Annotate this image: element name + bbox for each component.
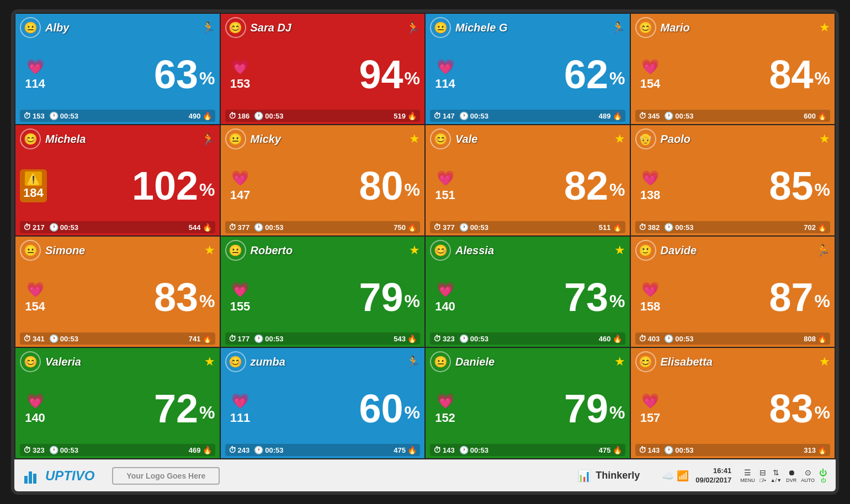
time-item: 🕐 00:53: [49, 223, 78, 232]
time-value: 00:53: [675, 112, 693, 120]
percent-value: 85: [769, 166, 813, 206]
calories-item: 490 🔥: [189, 111, 212, 120]
card-header: 😐 Micky ★: [225, 128, 421, 149]
percent-container: 83 %: [55, 277, 215, 317]
percent-value: 83: [769, 389, 813, 428]
user-name: Simone: [45, 244, 204, 257]
ctrl-dvr[interactable]: ⏺DVR: [786, 468, 796, 483]
calories-value: 741: [189, 335, 201, 343]
percent-container: 63 %: [55, 55, 215, 94]
time-value: 00:53: [675, 223, 693, 232]
calories-value: 460: [599, 335, 611, 343]
card-body: 💗 158 87 %: [635, 263, 831, 331]
star-badge: ★: [614, 355, 625, 369]
hr-box: 💗 155: [225, 281, 256, 314]
avatar: 😐: [430, 351, 451, 372]
steps-icon: ⏱: [23, 446, 31, 454]
card-footer: ⏱ 323 🕐 00:53 460 🔥: [430, 333, 625, 345]
time-value: 00:53: [60, 112, 78, 120]
hr-box: 💗 152: [430, 393, 460, 425]
card-body: 💗 114 62 %: [430, 40, 625, 109]
steps-value: 377: [238, 223, 250, 232]
card-michele-g: 😐 Michele G 🏃 💗 114 62 % ⏱ 147 🕐 00:53: [426, 14, 630, 124]
percent-container: 73 %: [465, 277, 625, 317]
runner-badge: 🏃: [612, 21, 625, 34]
avatar: 😊: [430, 128, 451, 149]
runner-badge: 🏃: [201, 132, 215, 146]
card-header: 😊 Elisabetta ★: [635, 351, 831, 372]
steps-item: ⏱ 323: [433, 334, 455, 343]
calories-value: 702: [804, 223, 816, 232]
steps-value: 143: [648, 446, 660, 454]
ctrl-display[interactable]: ⊟□/▪: [759, 468, 766, 483]
hr-box: 💗 147: [225, 170, 256, 202]
user-name: Alessia: [455, 244, 614, 257]
time-item: 🕐 00:53: [459, 334, 488, 343]
fire-icon: 🔥: [817, 111, 827, 120]
hr-value: 153: [230, 77, 251, 91]
ctrl-power[interactable]: ⏻⏻: [819, 468, 827, 483]
hr-box: 💗 158: [635, 281, 666, 314]
steps-item: ⏱ 177: [229, 334, 250, 343]
hr-value: 140: [435, 299, 455, 314]
percent-sign: %: [199, 68, 215, 89]
card-body: 💗 111 60 %: [225, 374, 421, 443]
percent-container: 87 %: [670, 277, 831, 317]
card-paolo: 👴 Paolo ★ 💗 138 85 % ⏱ 382 🕐 00:53: [631, 125, 835, 235]
steps-value: 341: [33, 335, 45, 343]
percent-sign: %: [199, 291, 215, 312]
ctrl-menu[interactable]: ☰MENU: [740, 468, 755, 483]
user-name: Alby: [45, 22, 201, 34]
steps-item: ⏱ 243: [229, 446, 250, 454]
clock-icon: 🕐: [49, 111, 59, 120]
calories-item: 543 🔥: [394, 334, 417, 343]
heart-icon: 💗: [437, 393, 454, 410]
steps-item: ⏱ 403: [639, 334, 660, 343]
avatar: 😐: [20, 17, 41, 38]
calories-value: 475: [394, 446, 406, 454]
time-value: 00:53: [60, 223, 78, 232]
hr-value: 111: [230, 411, 251, 425]
percent-value: 80: [359, 166, 403, 206]
hr-box: 💗 154: [20, 281, 50, 314]
fire-icon: 🔥: [203, 223, 212, 232]
calories-item: 519 🔥: [394, 111, 417, 120]
thinkerly-text: Thinkerly: [596, 470, 640, 481]
user-name: Vale: [455, 133, 614, 146]
ctrl-auto[interactable]: ⊙AUTO: [801, 468, 815, 483]
svg-rect-0: [24, 476, 28, 484]
user-name: Michela: [45, 133, 201, 146]
hr-value: 151: [435, 188, 455, 202]
card-davide: 🙂 Davide 🏃 💗 158 87 % ⏱ 403 🕐 00:53: [631, 237, 835, 347]
time-value: 00:53: [470, 223, 488, 232]
card-footer: ⏱ 345 🕐 00:53 600 🔥: [635, 110, 831, 122]
hr-value: 154: [25, 299, 45, 314]
steps-value: 377: [443, 223, 455, 232]
avatar: 😊: [430, 240, 451, 261]
calories-value: 543: [394, 335, 406, 343]
uptivo-logo-text: UPTIVO: [45, 468, 94, 484]
calories-item: 475 🔥: [599, 446, 622, 454]
calories-item: 469 🔥: [189, 446, 212, 454]
card-roberto: 😐 Roberto ★ 💗 155 79 % ⏱ 177 🕐 00:53: [221, 237, 425, 347]
percent-value: 79: [564, 389, 608, 428]
avatar: 😐: [430, 17, 451, 38]
card-body: 💗 151 82 %: [430, 152, 625, 220]
steps-icon: ⏱: [639, 223, 646, 232]
card-header: 😐 Simone ★: [20, 240, 215, 261]
steps-value: 153: [33, 112, 45, 120]
steps-icon: ⏱: [229, 446, 236, 454]
percent-sign: %: [815, 68, 830, 89]
card-vale: 😊 Vale ★ 💗 151 82 % ⏱ 377 🕐 00:53: [426, 125, 630, 235]
time-item: 🕐 00:53: [254, 334, 283, 343]
card-header: 😊 Michela 🏃: [20, 128, 215, 149]
main-screen: 😐 Alby 🏃 💗 114 63 % ⏱ 153 🕐 00:53: [11, 9, 839, 495]
fire-icon: 🔥: [613, 111, 622, 120]
percent-container: 84 %: [670, 55, 831, 94]
steps-item: ⏱ 345: [639, 111, 660, 120]
avatar: 😊: [635, 17, 656, 38]
calories-item: 460 🔥: [599, 334, 622, 343]
hr-box: 💗 157: [635, 393, 666, 425]
ctrl-nav[interactable]: ⇅▲/▼: [771, 468, 782, 483]
percent-container: 102 %: [51, 166, 215, 206]
